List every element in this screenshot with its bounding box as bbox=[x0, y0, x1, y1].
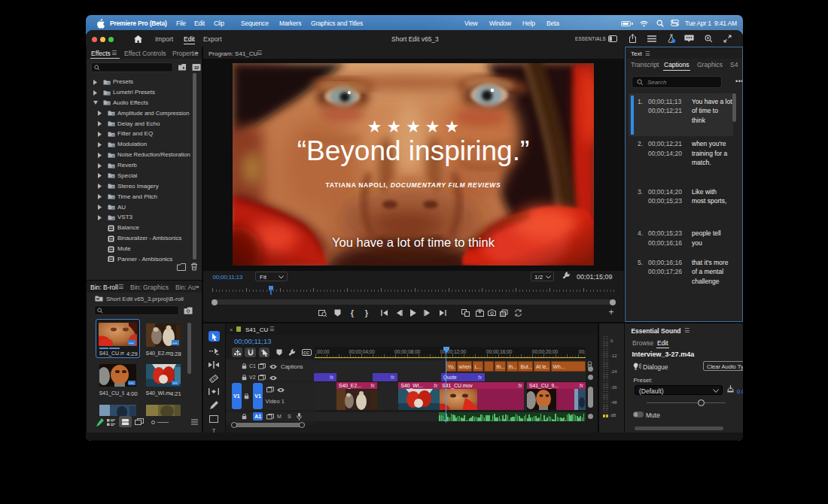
svg-text:32: 32 bbox=[194, 65, 199, 70]
